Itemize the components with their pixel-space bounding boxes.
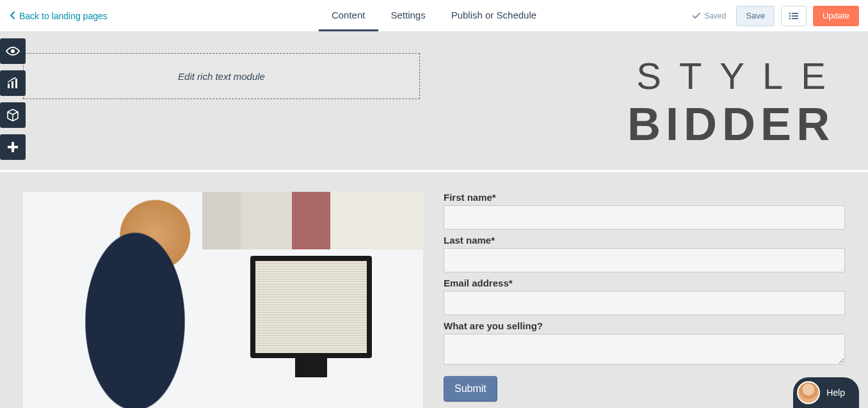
logo-module[interactable]: STYLE BIDDER bbox=[618, 58, 844, 147]
field-label-email: Email address* bbox=[444, 278, 845, 288]
svg-rect-5 bbox=[792, 18, 798, 19]
save-button[interactable]: Save bbox=[736, 6, 775, 26]
box-icon bbox=[6, 109, 19, 122]
selling-textarea[interactable] bbox=[444, 334, 845, 365]
last-name-input[interactable] bbox=[444, 248, 845, 272]
preview-button[interactable] bbox=[0, 38, 26, 64]
saved-indicator: Saved bbox=[693, 12, 726, 20]
svg-point-4 bbox=[789, 17, 791, 19]
chart-icon bbox=[6, 77, 19, 89]
svg-rect-8 bbox=[12, 81, 13, 88]
help-widget[interactable]: Help bbox=[793, 377, 859, 408]
update-button[interactable]: Update bbox=[813, 6, 859, 26]
submit-button[interactable]: Submit bbox=[444, 376, 497, 402]
field-label-lastname: Last name* bbox=[444, 235, 845, 246]
first-name-input[interactable] bbox=[444, 205, 845, 230]
svg-rect-1 bbox=[792, 13, 798, 14]
main-tabs: Content Settings Publish or Schedule bbox=[319, 0, 549, 31]
avatar bbox=[797, 381, 820, 404]
logo-line-2: BIDDER bbox=[618, 101, 844, 147]
svg-point-2 bbox=[789, 15, 791, 17]
add-button[interactable] bbox=[0, 134, 26, 160]
tab-content[interactable]: Content bbox=[319, 0, 378, 31]
rich-text-module-placeholder[interactable]: Edit rich text module bbox=[23, 53, 420, 99]
modules-button[interactable] bbox=[0, 102, 26, 128]
email-input[interactable] bbox=[444, 291, 845, 315]
left-rail bbox=[0, 38, 26, 160]
optimize-button[interactable] bbox=[0, 70, 26, 96]
hero-image[interactable] bbox=[23, 192, 423, 408]
list-icon bbox=[789, 12, 799, 20]
top-bar: Back to landing pages Content Settings P… bbox=[0, 0, 868, 32]
tab-publish[interactable]: Publish or Schedule bbox=[438, 0, 549, 31]
svg-point-6 bbox=[11, 49, 15, 53]
back-link[interactable]: Back to landing pages bbox=[0, 11, 108, 21]
chevron-left-icon bbox=[10, 12, 15, 20]
field-label-selling: What are you selling? bbox=[444, 320, 845, 331]
lower-section: First name* Last name* Email address* Wh… bbox=[23, 192, 845, 408]
tab-settings[interactable]: Settings bbox=[378, 0, 438, 31]
eye-icon bbox=[6, 47, 20, 56]
back-link-label: Back to landing pages bbox=[19, 11, 108, 21]
form-module[interactable]: First name* Last name* Email address* Wh… bbox=[444, 192, 845, 408]
plus-icon bbox=[7, 141, 19, 153]
svg-rect-11 bbox=[8, 146, 18, 148]
svg-rect-7 bbox=[8, 84, 10, 88]
help-label: Help bbox=[826, 388, 845, 398]
field-label-firstname: First name* bbox=[444, 192, 845, 203]
list-view-button[interactable] bbox=[781, 6, 807, 26]
section-divider bbox=[0, 170, 868, 172]
svg-rect-9 bbox=[15, 79, 17, 88]
check-icon bbox=[693, 13, 700, 19]
editor-canvas: Edit rich text module STYLE BIDDER First… bbox=[0, 32, 868, 408]
logo-line-1: STYLE bbox=[618, 58, 844, 95]
svg-point-0 bbox=[789, 12, 791, 14]
header-actions: Saved Save Update bbox=[693, 6, 868, 26]
svg-rect-3 bbox=[792, 15, 798, 17]
